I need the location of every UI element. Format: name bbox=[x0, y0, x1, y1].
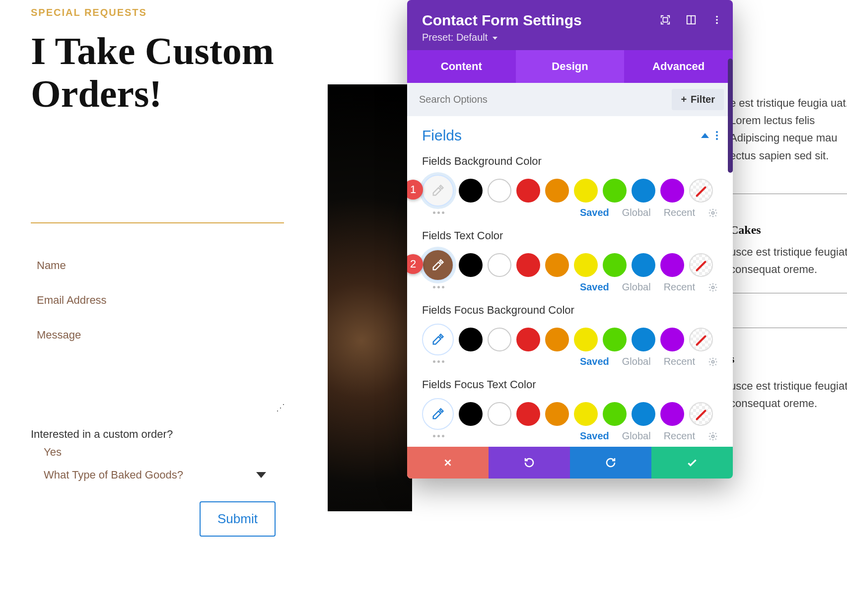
color-option: Fields Focus Background ColorSavedGlobal… bbox=[422, 304, 718, 367]
plus-icon: + bbox=[681, 94, 687, 105]
palette-tabs: SavedGlobalRecent bbox=[422, 430, 718, 442]
tab-global[interactable]: Global bbox=[622, 281, 651, 293]
svg-point-4 bbox=[716, 19, 718, 21]
eyebrow-text: SPECIAL REQUESTS bbox=[31, 7, 147, 18]
palette-tabs: SavedGlobalRecent bbox=[422, 207, 718, 218]
heading-divider bbox=[31, 222, 284, 223]
expand-icon[interactable] bbox=[659, 14, 671, 26]
tab-advanced[interactable]: Advanced bbox=[624, 50, 733, 83]
right-divider-3 bbox=[730, 328, 847, 328]
name-field[interactable]: Name bbox=[31, 248, 289, 283]
swatch-white[interactable] bbox=[488, 179, 511, 203]
swatch-transparent[interactable] bbox=[689, 402, 713, 426]
chevron-up-icon[interactable] bbox=[701, 133, 709, 138]
panel-body: Fields Fields Background Color1SavedGlob… bbox=[407, 116, 733, 447]
palette-tabs: SavedGlobalRecent bbox=[422, 356, 718, 367]
filter-button[interactable]: + Filter bbox=[672, 89, 724, 110]
swatch-green[interactable] bbox=[603, 179, 627, 203]
swatch-purple[interactable] bbox=[660, 253, 684, 277]
svg-point-6 bbox=[712, 211, 714, 214]
swatch-yellow[interactable] bbox=[574, 253, 598, 277]
swatch-white[interactable] bbox=[488, 402, 511, 426]
current-color[interactable] bbox=[422, 324, 454, 355]
swatch-green[interactable] bbox=[603, 253, 627, 277]
swatch-blue[interactable] bbox=[632, 253, 655, 277]
swatch-purple[interactable] bbox=[660, 402, 684, 426]
swatch-black[interactable] bbox=[459, 402, 483, 426]
preset-selector[interactable]: Preset: Default bbox=[422, 32, 718, 43]
gear-icon[interactable] bbox=[708, 431, 718, 441]
contact-form: Name Email Address Message ⋰ Interested … bbox=[31, 248, 289, 537]
swatch-blue[interactable] bbox=[632, 328, 655, 351]
tab-recent[interactable]: Recent bbox=[664, 430, 695, 442]
swatch-red[interactable] bbox=[516, 328, 540, 351]
redo-button[interactable] bbox=[570, 447, 651, 479]
swatch-black[interactable] bbox=[459, 328, 483, 351]
swatch-orange[interactable] bbox=[545, 402, 569, 426]
tab-recent[interactable]: Recent bbox=[664, 356, 695, 367]
swatch-blue[interactable] bbox=[632, 402, 655, 426]
swatch-green[interactable] bbox=[603, 328, 627, 351]
tab-recent[interactable]: Recent bbox=[664, 281, 695, 293]
more-icon[interactable] bbox=[716, 131, 718, 140]
swatch-orange[interactable] bbox=[545, 253, 569, 277]
tab-saved[interactable]: Saved bbox=[580, 430, 609, 442]
swatch-transparent[interactable] bbox=[689, 253, 713, 277]
current-color[interactable] bbox=[422, 249, 454, 281]
more-icon[interactable] bbox=[711, 14, 723, 26]
right-divider-1 bbox=[730, 194, 847, 194]
tab-saved[interactable]: Saved bbox=[580, 356, 609, 367]
swatch-white[interactable] bbox=[488, 328, 511, 351]
swatch-yellow[interactable] bbox=[574, 179, 598, 203]
panel-footer bbox=[407, 447, 733, 479]
current-color[interactable] bbox=[422, 175, 454, 206]
save-button[interactable] bbox=[651, 447, 733, 479]
resize-handle-icon[interactable]: ⋰ bbox=[276, 402, 285, 413]
tab-global[interactable]: Global bbox=[622, 430, 651, 442]
eyedropper-icon bbox=[431, 184, 445, 198]
tab-content[interactable]: Content bbox=[407, 50, 516, 83]
swatch-green[interactable] bbox=[603, 402, 627, 426]
baked-goods-select[interactable]: What Type of Baked Goods? bbox=[31, 464, 279, 486]
swatch-red[interactable] bbox=[516, 179, 540, 203]
tab-saved[interactable]: Saved bbox=[580, 281, 609, 293]
swatch-purple[interactable] bbox=[660, 179, 684, 203]
swatch-transparent[interactable] bbox=[689, 179, 713, 203]
message-field[interactable]: Message ⋰ bbox=[31, 318, 289, 417]
swatch-yellow[interactable] bbox=[574, 402, 598, 426]
tab-recent[interactable]: Recent bbox=[664, 207, 695, 218]
snap-icon[interactable] bbox=[685, 14, 697, 26]
tab-global[interactable]: Global bbox=[622, 207, 651, 218]
swatch-transparent[interactable] bbox=[689, 328, 713, 351]
svg-point-7 bbox=[712, 286, 714, 288]
swatch-black[interactable] bbox=[459, 179, 483, 203]
swatch-orange[interactable] bbox=[545, 179, 569, 203]
cancel-button[interactable] bbox=[407, 447, 489, 479]
page-heading: I Take Custom Orders! bbox=[31, 30, 309, 115]
swatch-white[interactable] bbox=[488, 253, 511, 277]
right-divider-2 bbox=[730, 293, 847, 293]
panel-scrollbar[interactable] bbox=[728, 59, 733, 173]
tab-saved[interactable]: Saved bbox=[580, 207, 609, 218]
swatch-red[interactable] bbox=[516, 253, 540, 277]
baked-goods-label: What Type of Baked Goods? bbox=[44, 469, 183, 481]
submit-button[interactable]: Submit bbox=[200, 501, 276, 537]
swatch-blue[interactable] bbox=[632, 179, 655, 203]
email-field[interactable]: Email Address bbox=[31, 283, 289, 318]
section-title[interactable]: Fields bbox=[422, 127, 462, 144]
search-input[interactable] bbox=[416, 90, 672, 109]
swatch-black[interactable] bbox=[459, 253, 483, 277]
swatch-red[interactable] bbox=[516, 402, 540, 426]
tab-global[interactable]: Global bbox=[622, 356, 651, 367]
right-paragraph-1: e est tristique feugia uat. Lorem lectus… bbox=[730, 94, 847, 164]
interest-answer[interactable]: Yes bbox=[31, 441, 289, 464]
undo-button[interactable] bbox=[489, 447, 570, 479]
swatch-purple[interactable] bbox=[660, 328, 684, 351]
swatch-yellow[interactable] bbox=[574, 328, 598, 351]
swatch-orange[interactable] bbox=[545, 328, 569, 351]
gear-icon[interactable] bbox=[708, 282, 718, 292]
tab-design[interactable]: Design bbox=[516, 50, 625, 83]
gear-icon[interactable] bbox=[708, 208, 718, 218]
current-color[interactable] bbox=[422, 398, 454, 430]
gear-icon[interactable] bbox=[708, 357, 718, 367]
